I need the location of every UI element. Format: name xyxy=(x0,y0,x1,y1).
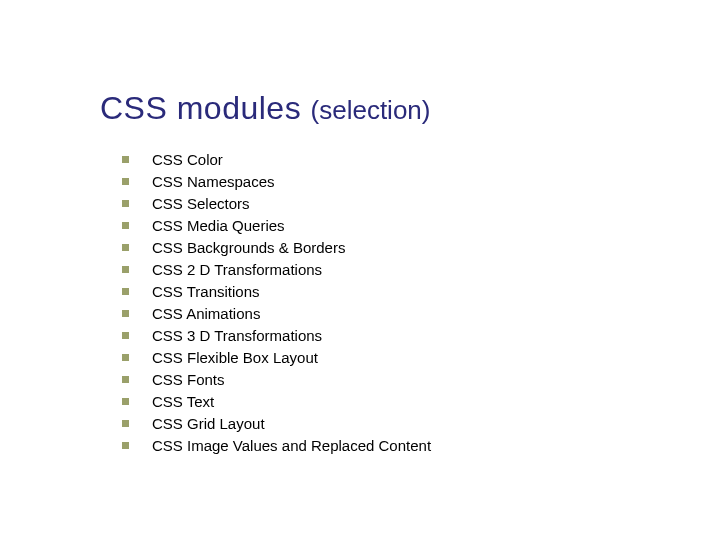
bullet-icon xyxy=(122,222,129,229)
list-item: CSS Selectors xyxy=(122,193,720,215)
list-item: CSS Text xyxy=(122,391,720,413)
list-item: CSS Backgrounds & Borders xyxy=(122,237,720,259)
list-item-label: CSS Grid Layout xyxy=(152,415,265,432)
list-item-label: CSS Selectors xyxy=(152,195,250,212)
list-item: CSS 3 D Transformations xyxy=(122,325,720,347)
bullet-icon xyxy=(122,332,129,339)
list-item-label: CSS Fonts xyxy=(152,371,225,388)
list-item-label: CSS 3 D Transformations xyxy=(152,327,322,344)
bullet-icon xyxy=(122,310,129,317)
list-item: CSS Image Values and Replaced Content xyxy=(122,435,720,457)
bullet-icon xyxy=(122,244,129,251)
bullet-icon xyxy=(122,288,129,295)
bullet-icon xyxy=(122,398,129,405)
bullet-icon xyxy=(122,178,129,185)
title-main: CSS modules xyxy=(100,90,311,126)
slide: CSS modules (selection) CSS Color CSS Na… xyxy=(0,0,720,540)
list-item-label: CSS Transitions xyxy=(152,283,260,300)
bullet-icon xyxy=(122,266,129,273)
list-item: CSS Grid Layout xyxy=(122,413,720,435)
list-item-label: CSS Text xyxy=(152,393,214,410)
list-item: CSS Transitions xyxy=(122,281,720,303)
list-item: CSS 2 D Transformations xyxy=(122,259,720,281)
list-item-label: CSS Flexible Box Layout xyxy=(152,349,318,366)
list-item-label: CSS Color xyxy=(152,151,223,168)
bullet-icon xyxy=(122,442,129,449)
bullet-icon xyxy=(122,354,129,361)
list-item-label: CSS 2 D Transformations xyxy=(152,261,322,278)
list-item: CSS Media Queries xyxy=(122,215,720,237)
bullet-icon xyxy=(122,376,129,383)
list-item-label: CSS Animations xyxy=(152,305,260,322)
list-item: CSS Fonts xyxy=(122,369,720,391)
slide-title: CSS modules (selection) xyxy=(100,90,720,127)
list-item: CSS Namespaces xyxy=(122,171,720,193)
list-item-label: CSS Namespaces xyxy=(152,173,275,190)
list-item-label: CSS Image Values and Replaced Content xyxy=(152,437,431,454)
list-item: CSS Animations xyxy=(122,303,720,325)
bullet-icon xyxy=(122,420,129,427)
title-sub: (selection) xyxy=(311,95,431,125)
list-item: CSS Color xyxy=(122,149,720,171)
bullet-icon xyxy=(122,200,129,207)
list-item-label: CSS Media Queries xyxy=(152,217,285,234)
module-list: CSS Color CSS Namespaces CSS Selectors C… xyxy=(100,149,720,457)
list-item-label: CSS Backgrounds & Borders xyxy=(152,239,345,256)
list-item: CSS Flexible Box Layout xyxy=(122,347,720,369)
bullet-icon xyxy=(122,156,129,163)
